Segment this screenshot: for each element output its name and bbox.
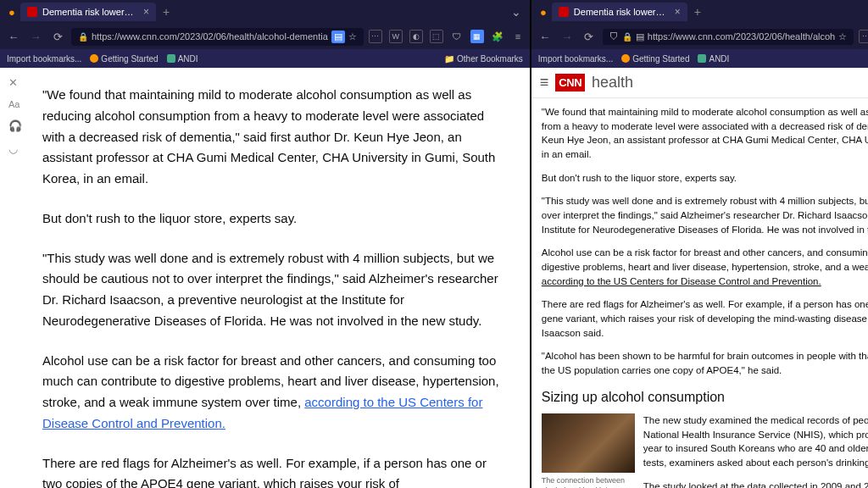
address-bar: ← → ⟳ 🔒 https://www.cnn.com/2023/02/06/h… <box>0 24 530 49</box>
shield-icon[interactable]: ⛉ <box>609 31 619 42</box>
url-input[interactable]: 🔒 https://www.cnn.com/2023/02/06/health/… <box>71 28 364 46</box>
ext-icon-3[interactable]: ◐ <box>409 30 423 43</box>
ext-icon-2[interactable]: W <box>389 30 403 43</box>
paragraph: Alcohol use can be a risk factor for bre… <box>42 351 504 435</box>
firefox-icon[interactable]: ● <box>3 6 20 19</box>
paragraph: "Alcohol has been shown to be harmful fo… <box>542 349 868 377</box>
image-caption: The connection between alcohol and healt… <box>542 476 635 488</box>
url-input[interactable]: ⛉ 🔒 ▤ https://www.cnn.com/2023/02/06/hea… <box>603 29 854 45</box>
import-bookmarks[interactable]: Import bookmarks... <box>538 54 613 64</box>
paragraph: "This study was well done and is extreme… <box>42 248 504 332</box>
andi-bookmark[interactable]: ANDI <box>698 54 729 64</box>
paragraph: There are red flags for Alzheimer's as w… <box>542 297 868 340</box>
forward-button[interactable]: → <box>27 30 44 43</box>
cdc-link[interactable]: according to the US Centers for Disease … <box>542 276 821 286</box>
new-tab-button[interactable]: + <box>163 5 170 19</box>
section-health[interactable]: health <box>592 74 633 92</box>
paragraph: There are red flags for Alzheimer's as w… <box>42 453 504 489</box>
extensions-icon[interactable]: 🧩 <box>491 30 504 43</box>
paragraph: The new study examined the medical recor… <box>643 413 868 470</box>
bookmarks-bar: Import bookmarks... Getting Started ANDI… <box>531 49 868 68</box>
shield-icon[interactable]: 🛡 <box>450 30 464 43</box>
hamburger-menu-icon[interactable]: ≡ <box>540 74 549 92</box>
paragraph: "We found that maintaining mild to moder… <box>42 85 504 190</box>
firefox-icon[interactable]: ● <box>535 6 552 19</box>
browser-tab[interactable]: Dementia risk lowered with mil × <box>552 3 687 21</box>
paragraph: The study looked at the data collected i… <box>643 480 868 488</box>
cnn-header: ≡ CNN health Audio Live TV Log In <box>531 68 868 98</box>
ext-icon-5[interactable]: ▦ <box>470 30 484 43</box>
address-bar: ← → ⟳ ⛉ 🔒 ▤ https://www.cnn.com/2023/02/… <box>531 24 868 49</box>
cnn-logo[interactable]: CNN <box>555 74 585 92</box>
tab-close-icon[interactable]: × <box>675 6 681 18</box>
tab-title: Dementia risk lowered with mil <box>574 7 670 17</box>
bookmark-star-icon[interactable]: ☆ <box>348 31 357 42</box>
save-pocket-icon[interactable]: ◡ <box>8 142 22 155</box>
tab-title: Dementia risk lowered with mil <box>42 7 138 17</box>
reload-button[interactable]: ⟳ <box>49 30 66 43</box>
back-button[interactable]: ← <box>5 30 22 43</box>
tab-bar: ● Dementia risk lowered with mil × + ⌄ <box>531 0 868 24</box>
paragraph: But don't rush to the liquor store, expe… <box>542 171 868 186</box>
browser-tab[interactable]: Dementia risk lowered with mil × <box>20 3 156 21</box>
reader-side-tools: ✕ Aa 🎧 ◡ <box>8 76 22 155</box>
back-button[interactable]: ← <box>537 30 554 43</box>
paragraph: "This study was well done and is extreme… <box>542 194 868 236</box>
new-tab-button[interactable]: + <box>694 5 701 19</box>
other-bookmarks[interactable]: 📁Other Bookmarks <box>444 54 523 64</box>
paragraph: But don't rush to the liquor store, expe… <box>42 208 504 230</box>
section-heading: Sizing up alcohol consumption <box>542 387 868 407</box>
cnn-favicon <box>27 7 37 17</box>
lock-icon: 🔒 <box>78 32 88 42</box>
close-reader-icon[interactable]: ✕ <box>8 76 22 89</box>
reader-icon[interactable]: ▤ <box>331 30 345 43</box>
andi-bookmark[interactable]: ANDI <box>167 54 198 64</box>
getting-started-bookmark[interactable]: Getting Started <box>621 54 689 64</box>
tab-close-icon[interactable]: × <box>143 6 149 18</box>
ext-icon-1[interactable]: ⋯ <box>859 30 868 43</box>
paragraph: "We found that maintaining mild to moder… <box>542 105 868 162</box>
url-text: https://www.cnn.com/2023/02/06/health/al… <box>648 31 835 42</box>
forward-button[interactable]: → <box>559 30 576 43</box>
listen-icon[interactable]: 🎧 <box>8 119 22 132</box>
ext-icon-1[interactable]: ⋯ <box>369 30 382 43</box>
menu-icon[interactable]: ≡ <box>511 30 525 43</box>
article-content-right: "We found that maintaining mild to moder… <box>531 98 868 488</box>
getting-started-bookmark[interactable]: Getting Started <box>90 54 158 64</box>
paragraph: Alcohol use can be a risk factor for bre… <box>542 246 868 288</box>
toolbar-icons: ⋯ W ◐ ⬚ 🛡 ▦ 🧩 ≡ <box>369 30 525 43</box>
bookmarks-bar: Import bookmarks... Getting Started ANDI… <box>0 49 530 68</box>
tab-bar: ● Dementia risk lowered with mil × + ⌄ <box>0 0 530 24</box>
toolbar-icons: ⋯ W ◐ ⬚ 🛡 ▦ 🧩 ≡ <box>859 30 868 43</box>
import-bookmarks[interactable]: Import bookmarks... <box>7 54 81 64</box>
url-text: https://www.cnn.com/2023/02/06/health/al… <box>92 31 328 42</box>
cnn-favicon <box>559 7 569 17</box>
ext-icon-4[interactable]: ⬚ <box>430 30 443 43</box>
article-image <box>542 413 635 473</box>
bookmark-star-icon[interactable]: ☆ <box>838 31 847 42</box>
reload-button[interactable]: ⟳ <box>581 30 598 43</box>
lock-icon: 🔒 <box>622 32 632 42</box>
tabs-dropdown-icon[interactable]: ⌄ <box>506 5 526 19</box>
reader-toggle-icon[interactable]: ▤ <box>636 31 644 42</box>
font-settings-icon[interactable]: Aa <box>8 99 22 109</box>
article-content-left: "We found that maintaining mild to moder… <box>0 68 530 488</box>
